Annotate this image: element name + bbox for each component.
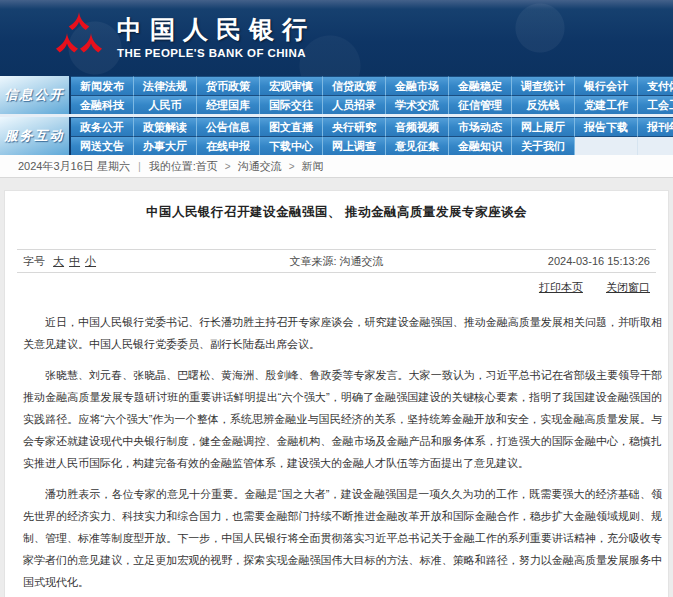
article-paragraph: 近日，中国人民银行党委书记、行长潘功胜主持召开专家座谈会，研究建设金融强国、推动… [23, 311, 662, 355]
page-actions: 打印本页 关闭窗口 [5, 273, 668, 297]
nav-item[interactable]: 下载中心 [260, 136, 323, 155]
site-logo: 中国人民银行 THE PEOPLE'S BANK OF CHINA [0, 0, 673, 62]
current-date: 2024年3月16日 星期六 [18, 159, 130, 174]
pboc-emblem-icon [54, 12, 104, 62]
page: 中国人民银行 THE PEOPLE'S BANK OF CHINA 信息公开新闻… [0, 0, 673, 597]
nav-item[interactable]: 关于我们 [512, 136, 575, 155]
nav-item[interactable]: 意见征集 [386, 136, 449, 155]
breadcrumb-link[interactable]: 首页 [196, 160, 218, 172]
article-title: 中国人民银行召开建设金融强国、 推动金融高质量发展专家座谈会 [5, 204, 668, 221]
close-window-link[interactable]: 关闭窗口 [606, 281, 650, 293]
site-header: 中国人民银行 THE PEOPLE'S BANK OF CHINA [0, 0, 673, 76]
nav-item[interactable]: 网上展厅 [512, 117, 575, 136]
nav-item[interactable]: 市场动态 [449, 117, 512, 136]
nav-item[interactable]: 学术交流 [386, 95, 449, 114]
source-value: 沟通交流 [340, 255, 384, 267]
nav-item[interactable]: 音频视频 [386, 117, 449, 136]
nav-grid: 政务公开政策解读公告信息图文直播央行研究音频视频市场动态网上展厅报告下载报刊年鉴… [71, 117, 673, 155]
nav-item[interactable]: 报告下载 [575, 117, 638, 136]
breadcrumb-link[interactable]: 沟通交流 [238, 160, 282, 172]
article-source: 文章来源: 沟通交流 [219, 254, 454, 269]
nav-item[interactable]: 货币政策 [197, 76, 260, 95]
nav-item[interactable]: 金融稳定 [449, 76, 512, 95]
nav-item[interactable]: 金融市场 [386, 76, 449, 95]
nav-item[interactable]: 国际交往 [260, 95, 323, 114]
nav-item[interactable]: 网上调查 [323, 136, 386, 155]
logo-text: 中国人民银行 THE PEOPLE'S BANK OF CHINA [117, 15, 315, 59]
nav-item[interactable]: 金融知识 [449, 136, 512, 155]
nav-item[interactable]: 调查统计 [512, 76, 575, 95]
nav-item[interactable]: 政策解读 [134, 117, 197, 136]
nav-item[interactable]: 银行会计 [575, 76, 638, 95]
nav-item[interactable]: 在线申报 [197, 136, 260, 155]
article-body: 近日，中国人民银行党委书记、行长潘功胜主持召开专家座谈会，研究建设金融强国、推动… [5, 297, 668, 597]
bank-name-cn: 中国人民银行 [117, 15, 315, 45]
nav-empty-cell [575, 136, 638, 155]
article-paragraph: 潘功胜表示，各位专家的意见十分重要。金融是“国之大者”，建设金融强国是一项久久为… [23, 483, 662, 593]
nav-item[interactable]: 党建工作 [575, 95, 638, 114]
fontsize-link[interactable]: 小 [85, 255, 96, 267]
nav-section-1: 信息公开新闻发布法律法规货币政策宏观审慎信贷政策金融市场金融稳定调查统计银行会计… [0, 76, 673, 114]
fontsize-link[interactable]: 中 [69, 255, 80, 267]
nav-section-2: 服务互动政务公开政策解读公告信息图文直播央行研究音频视频市场动态网上展厅报告下载… [0, 117, 673, 155]
spacer-band [0, 178, 673, 190]
nav-grid: 新闻发布法律法规货币政策宏观审慎信贷政策金融市场金融稳定调查统计银行会计支付体系… [71, 76, 673, 114]
nav-item[interactable]: 新闻发布 [71, 76, 134, 95]
nav-item[interactable]: 经理国库 [197, 95, 260, 114]
location-label: 我的位置: [149, 159, 196, 174]
nav-item[interactable]: 宏观审慎 [260, 76, 323, 95]
nav-item[interactable]: 人员招录 [323, 95, 386, 114]
fontsize-control: 字号 大中小 [23, 254, 219, 269]
nav-item[interactable]: 支付体系 [638, 76, 673, 95]
nav-item[interactable]: 人民币 [134, 95, 197, 114]
nav-item[interactable]: 央行研究 [323, 117, 386, 136]
nav-item[interactable]: 征信管理 [449, 95, 512, 114]
article-meta: 字号 大中小 文章来源: 沟通交流 2024-03-16 15:13:26 [17, 249, 656, 273]
nav-group-label: 信息公开 [0, 76, 71, 114]
nav-item[interactable]: 图文直播 [260, 117, 323, 136]
breadcrumb-link[interactable]: 新闻 [302, 160, 324, 172]
nav-empty-cell [638, 136, 673, 155]
breadcrumb-separator: > [289, 161, 295, 172]
nav-item[interactable]: 网送文告 [71, 136, 134, 155]
source-label: 文章来源: [289, 255, 336, 267]
fontsize-label: 字号 [23, 255, 45, 267]
breadcrumb-divider: | [138, 160, 141, 172]
publish-datetime: 2024-03-16 15:13:26 [454, 255, 650, 267]
nav-item[interactable]: 办事大厅 [134, 136, 197, 155]
print-page-link[interactable]: 打印本页 [539, 281, 583, 293]
nav-item[interactable]: 信贷政策 [323, 76, 386, 95]
nav-group-label: 服务互动 [0, 117, 71, 155]
article-container: 中国人民银行召开建设金融强国、 推动金融高质量发展专家座谈会 字号 大中小 文章… [4, 190, 669, 597]
main-navigation: 信息公开新闻发布法律法规货币政策宏观审慎信贷政策金融市场金融稳定调查统计银行会计… [0, 76, 673, 155]
nav-item[interactable]: 法律法规 [134, 76, 197, 95]
nav-item[interactable]: 政务公开 [71, 117, 134, 136]
nav-item[interactable]: 公告信息 [197, 117, 260, 136]
nav-item[interactable]: 金融科技 [71, 95, 134, 114]
nav-item[interactable]: 工会工作 [638, 95, 673, 114]
article-paragraph: 张晓慧、刘元春、张晓晶、巴曙松、黄海洲、殷剑峰、鲁政委等专家发言。大家一致认为，… [23, 364, 662, 474]
bank-name-en: THE PEOPLE'S BANK OF CHINA [117, 47, 315, 59]
breadcrumb: 2024年3月16日 星期六 | 我的位置: 首页>沟通交流>新闻 [0, 155, 673, 178]
nav-item[interactable]: 反洗钱 [512, 95, 575, 114]
fontsize-link[interactable]: 大 [53, 255, 64, 267]
nav-item[interactable]: 报刊年鉴 [638, 117, 673, 136]
breadcrumb-separator: > [225, 161, 231, 172]
